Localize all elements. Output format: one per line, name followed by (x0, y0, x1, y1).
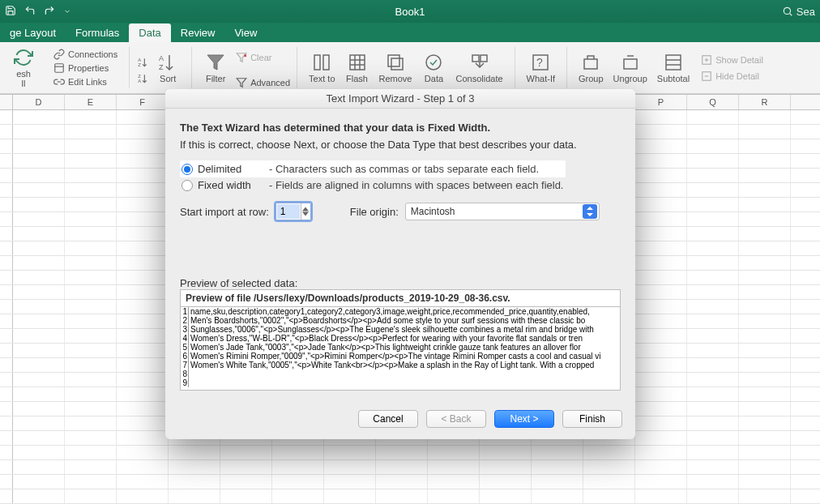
modal-backdrop: Text Import Wizard - Step 1 of 3 The Tex… (0, 0, 820, 504)
start-row-input[interactable] (277, 204, 300, 219)
stepper-down-icon[interactable] (302, 211, 309, 216)
preview-line: Women's White Tank,"0005","<p>White Tank… (189, 361, 594, 369)
start-row-label: Start import at row: (180, 206, 269, 218)
select-chevron-icon (583, 204, 597, 219)
svg-marker-45 (302, 207, 309, 211)
radio-delimited[interactable] (182, 164, 193, 175)
start-row-spinner[interactable] (275, 203, 311, 220)
preview-line (189, 369, 190, 378)
preview-line: Men's Boardshorts,"0002","<p>Boardshorts… (189, 316, 585, 325)
svg-marker-48 (587, 213, 593, 216)
svg-marker-47 (587, 207, 593, 210)
preview-line: Women's Jade Tank,"0003","<p>Jade Tank</… (189, 343, 581, 352)
preview-line: name,sku,description,category1,category2… (189, 307, 590, 316)
preview-label: Preview of selected data: (180, 277, 621, 289)
cancel-button[interactable]: Cancel (358, 410, 418, 428)
radio-fixed-width[interactable] (182, 180, 193, 191)
file-origin-value: Macintosh (411, 206, 455, 217)
radio-fixed-desc: - Fields are aligned in columns with spa… (269, 179, 563, 191)
next-button[interactable]: Next > (494, 410, 554, 428)
back-button: < Back (426, 410, 486, 428)
finish-button[interactable]: Finish (562, 410, 622, 428)
radio-fixed-label: Fixed width (198, 179, 264, 191)
text-import-wizard-dialog: Text Import Wizard - Step 1 of 3 The Tex… (165, 89, 635, 439)
radio-delimited-desc: - Characters such as commas or tabs sepa… (269, 163, 539, 175)
dialog-title: Text Import Wizard - Step 1 of 3 (165, 89, 635, 109)
preview-line (189, 378, 190, 387)
preview-line: Women's Rimini Romper,"0009","<p>Rimini … (189, 352, 601, 361)
radio-fixed-row[interactable]: Fixed width - Fields are aligned in colu… (180, 179, 621, 191)
radio-delimited-label: Delimited (198, 163, 264, 175)
file-origin-select[interactable]: Macintosh (405, 203, 600, 220)
radio-delimited-row[interactable]: Delimited - Characters such as commas or… (180, 160, 566, 177)
preview-file-title: Preview of file /Users/lexy/Downloads/pr… (180, 289, 621, 306)
file-origin-label: File origin: (350, 206, 399, 218)
dialog-heading: The Text Wizard has determined that your… (180, 122, 621, 134)
preview-box: 1name,sku,description,category1,category… (180, 306, 621, 391)
preview-line: Sunglasses,"0006","<p>Sunglasses</p><p>T… (189, 325, 594, 334)
dialog-subtext: If this is correct, choose Next, or choo… (180, 139, 621, 151)
preview-line: Women's Dress,"W-BL-DR","<p>Black Dress<… (189, 334, 583, 343)
svg-marker-46 (302, 212, 309, 216)
